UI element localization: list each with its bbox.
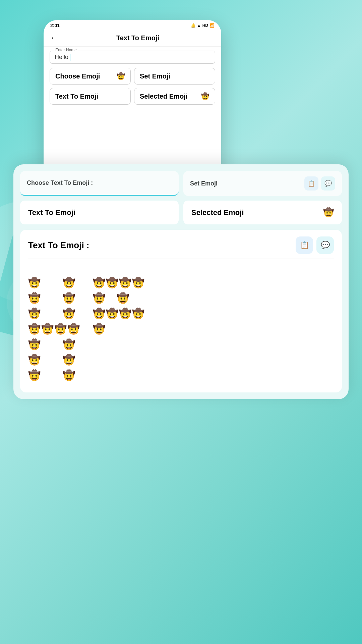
status-time: 2:01 [50,23,60,28]
text-cursor [70,54,70,61]
result-title: Text To Emoji : [28,240,89,251]
selected-emoji-card-button[interactable]: Selected Emoji 🤠 [183,201,342,224]
text-to-emoji-phone-label: Text To Emoji [55,93,98,100]
name-input-container[interactable]: Enter Name Hello [50,51,215,64]
text-to-emoji-phone-button[interactable]: Text To Emoji [50,88,131,105]
copy-button[interactable]: 📋 [296,236,313,254]
emoji-art-area: 🤠 🤠 🤠 🤠 🤠 🤠 🤠 [28,262,334,386]
h-row-4: 🤠 🤠 🤠 🤠 [28,322,80,336]
input-text: Hello [55,54,68,61]
phone-header: ← Text To Emoji [44,31,221,47]
h-row-1: 🤠 🤠 [28,276,80,290]
h-row-2: 🤠 🤠 [28,291,80,305]
copy-icon: 📋 [300,241,309,250]
result-header: Text To Emoji : 📋 💬 [28,236,334,259]
set-emoji-label: Set Emoji [140,72,170,80]
bottom-card-buttons: Text To Emoji Selected Emoji 🤠 [20,201,342,224]
overlap-text-label: Choose Text To Emoji : [27,179,93,186]
text-to-emoji-card-label: Text To Emoji [28,208,75,217]
h-row-5: 🤠 🤠 [28,337,80,352]
h-row-3: 🤠 🤠 [28,307,80,321]
selected-emoji-phone-label: Selected Emoji [140,93,187,100]
input-label: Enter Name [54,48,78,52]
overlap-set-label: Set Emoji [190,180,218,187]
choose-emoji-button[interactable]: Choose Emoji 🤠 [50,68,131,85]
set-emoji-button[interactable]: Set Emoji [134,68,215,85]
text-to-emoji-card-button[interactable]: Text To Emoji [20,201,179,224]
share-button[interactable]: 💬 [316,236,334,254]
phone-status-bar: 2:01 🔔 ▲ HD 📶 [44,20,221,31]
result-card: Text To Emoji : 📋 💬 🤠 🤠 [20,230,342,392]
e-partial-row-3: 🤠 🤠 🤠 🤠 [93,307,144,321]
input-value: Hello [55,52,210,61]
choose-emoji-label: Choose Emoji [55,72,100,80]
phone-buttons-grid: Choose Emoji 🤠 Set Emoji Text To Emoji S… [44,68,221,108]
e-partial-row-2: 🤠 🤠 [93,291,144,305]
e-partial-row-4: 🤠 [93,322,144,336]
phone-input-section: Enter Name Hello [44,47,221,68]
selected-emoji-card-icon: 🤠 [323,207,334,218]
status-icons: 🔔 ▲ HD 📶 [191,23,215,28]
letter-E-partial: 🤠 🤠 🤠 🤠 🤠 🤠 🤠 🤠 🤠 🤠 [93,276,144,336]
overlap-copy-icon[interactable]: 📋 [304,176,318,191]
result-actions: 📋 💬 [296,236,334,254]
h-row-7: 🤠 🤠 [28,368,80,382]
h-row-6: 🤠 🤠 [28,353,80,367]
selected-emoji-phone-button[interactable]: Selected Emoji 🤠 [134,88,215,105]
selected-emoji-card-label: Selected Emoji [191,208,244,217]
overlap-row: Choose Text To Emoji : Set Emoji 📋 💬 [20,171,342,196]
share-icon: 💬 [321,241,330,250]
back-button[interactable]: ← [50,34,58,42]
phone-screen-title: Text To Emoji [61,34,215,42]
selected-emoji-phone-icon: 🤠 [201,92,209,100]
choose-emoji-icon: 🤠 [117,72,125,80]
e-partial-row-1: 🤠 🤠 🤠 🤠 [93,276,144,290]
overlap-share-icon[interactable]: 💬 [321,176,335,191]
bottom-card: Choose Text To Emoji : Set Emoji 📋 💬 Tex… [13,164,349,399]
letter-H: 🤠 🤠 🤠 🤠 🤠 🤠 🤠 [28,276,80,382]
